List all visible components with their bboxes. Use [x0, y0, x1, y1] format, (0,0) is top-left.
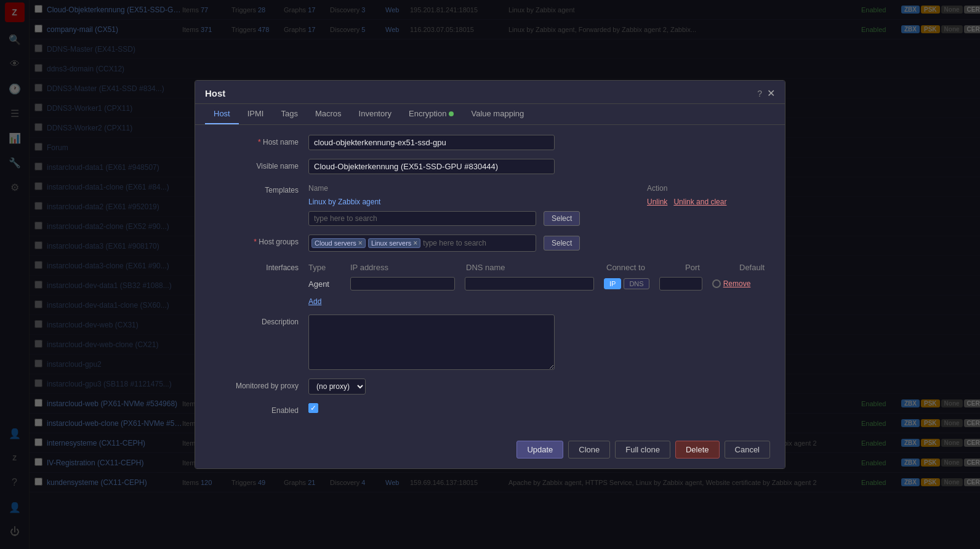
templates-section: Name Action Linux by Zabbix agent Unlink…	[308, 183, 770, 226]
host-groups-tags[interactable]: Cloud servers × Linux servers ×	[308, 234, 536, 252]
templates-search-row: Select	[308, 211, 770, 226]
dialog-help-icon[interactable]: ?	[757, 89, 762, 98]
interfaces-col-type: Type	[308, 263, 345, 272]
add-interface-button[interactable]: Add	[308, 297, 321, 306]
template-actions-0: Unlink Unlink and clear	[647, 198, 770, 206]
tab-ipmi[interactable]: IPMI	[239, 104, 273, 124]
delete-button[interactable]: Delete	[675, 441, 720, 459]
templates-search-input[interactable]	[308, 211, 536, 226]
host-dialog: Host ? ✕ Host IPMI Tags Macros Inventory	[195, 80, 785, 469]
host-form: Host name Visible name Templates Name Ac…	[195, 125, 785, 433]
interfaces-row: Interfaces Type IP address DNS name Conn…	[210, 260, 770, 306]
interfaces-col-default: Default	[739, 263, 785, 272]
host-groups-search-input[interactable]	[423, 239, 533, 247]
interface-remove-0[interactable]: Remove	[723, 279, 751, 288]
interface-default-radio-0[interactable]	[712, 279, 721, 288]
template-unlink-0[interactable]: Unlink	[647, 198, 667, 206]
modal-overlay: Host ? ✕ Host IPMI Tags Macros Inventory	[0, 0, 980, 549]
dialog-header: Host ? ✕	[195, 81, 785, 104]
description-input[interactable]	[308, 315, 555, 370]
interface-connect-0: IP DNS	[604, 278, 649, 289]
dialog-close-button[interactable]: ✕	[767, 89, 775, 98]
host-group-tag-cloud-remove[interactable]: ×	[358, 239, 363, 247]
interface-type-0: Agent	[308, 279, 345, 289]
description-label: Description	[210, 315, 308, 326]
proxy-label: Monitored by proxy	[210, 379, 308, 390]
interfaces-label: Interfaces	[210, 260, 308, 272]
tab-macros[interactable]: Macros	[307, 104, 350, 124]
clone-button[interactable]: Clone	[568, 441, 610, 459]
host-group-tag-cloud-label: Cloud servers	[315, 239, 356, 247]
interfaces-col-dns: DNS name	[466, 263, 601, 272]
proxy-row: Monitored by proxy (no proxy)	[210, 379, 770, 395]
interfaces-col-ip: IP address	[350, 263, 461, 272]
host-groups-tags-row: Cloud servers × Linux servers × Select	[308, 234, 580, 252]
interfaces-col-connect: Connect to	[606, 263, 680, 272]
interfaces-col-port: Port	[685, 263, 734, 272]
host-group-tag-linux-label: Linux servers	[371, 239, 411, 247]
templates-select-button[interactable]: Select	[544, 211, 580, 226]
visible-name-input[interactable]	[308, 159, 555, 174]
host-group-tag-cloud: Cloud servers ×	[311, 238, 366, 248]
host-groups-section: Cloud servers × Linux servers × Select	[308, 234, 580, 252]
templates-row: Templates Name Action Linux by Zabbix ag…	[210, 183, 770, 226]
templates-label: Templates	[210, 183, 308, 194]
enabled-label: Enabled	[210, 403, 308, 415]
enabled-row: Enabled ✓	[210, 403, 770, 415]
template-name-0[interactable]: Linux by Zabbix agent	[308, 198, 647, 206]
dialog-title: Host	[205, 88, 225, 98]
interfaces-section: Type IP address DNS name Connect to Port…	[308, 260, 785, 306]
templates-header: Name Action	[308, 183, 770, 196]
host-name-row: Host name	[210, 135, 770, 150]
tab-encryption[interactable]: Encryption	[400, 104, 462, 124]
tab-host[interactable]: Host	[205, 104, 239, 124]
template-row-0: Linux by Zabbix agent Unlink Unlink and …	[308, 196, 770, 207]
interface-dns-0[interactable]	[465, 277, 594, 291]
host-group-tag-linux: Linux servers ×	[368, 238, 420, 248]
interface-ip-0[interactable]	[350, 277, 455, 291]
host-name-label: Host name	[210, 135, 308, 146]
host-groups-label: Host groups	[210, 234, 308, 246]
interface-connect-dns-0[interactable]: DNS	[624, 278, 649, 289]
cancel-button[interactable]: Cancel	[725, 441, 770, 459]
template-unlink-clear-0[interactable]: Unlink and clear	[673, 198, 726, 206]
interface-row-0: Agent IP DNS Remove	[308, 274, 785, 293]
description-row: Description	[210, 315, 770, 370]
dialog-tabs: Host IPMI Tags Macros Inventory Encrypti…	[195, 104, 785, 125]
tab-inventory[interactable]: Inventory	[350, 104, 400, 124]
proxy-select[interactable]: (no proxy)	[308, 379, 366, 395]
host-groups-select-button[interactable]: Select	[544, 236, 580, 250]
encryption-dot	[449, 111, 454, 116]
update-button[interactable]: Update	[516, 441, 563, 459]
enabled-checkbox-wrap: ✓	[308, 403, 318, 413]
interfaces-header: Type IP address DNS name Connect to Port…	[308, 260, 785, 274]
host-groups-row: Host groups Cloud servers × Linux server…	[210, 234, 770, 252]
interface-default-0: Remove	[712, 279, 751, 288]
visible-name-row: Visible name	[210, 159, 770, 174]
interface-port-0[interactable]	[659, 277, 702, 291]
host-name-input[interactable]	[308, 135, 555, 150]
host-group-tag-linux-remove[interactable]: ×	[413, 239, 417, 247]
visible-name-label: Visible name	[210, 159, 308, 170]
tab-tags[interactable]: Tags	[272, 104, 306, 124]
add-interface-row: Add	[308, 297, 785, 306]
templates-action-col: Action	[647, 184, 770, 193]
templates-name-col: Name	[308, 184, 647, 193]
enabled-checkbox[interactable]: ✓	[308, 403, 318, 413]
tab-value-mapping[interactable]: Value mapping	[462, 104, 532, 124]
dialog-footer: Update Clone Full clone Delete Cancel	[195, 433, 785, 459]
interface-connect-ip-0[interactable]: IP	[604, 278, 621, 289]
full-clone-button[interactable]: Full clone	[615, 441, 670, 459]
